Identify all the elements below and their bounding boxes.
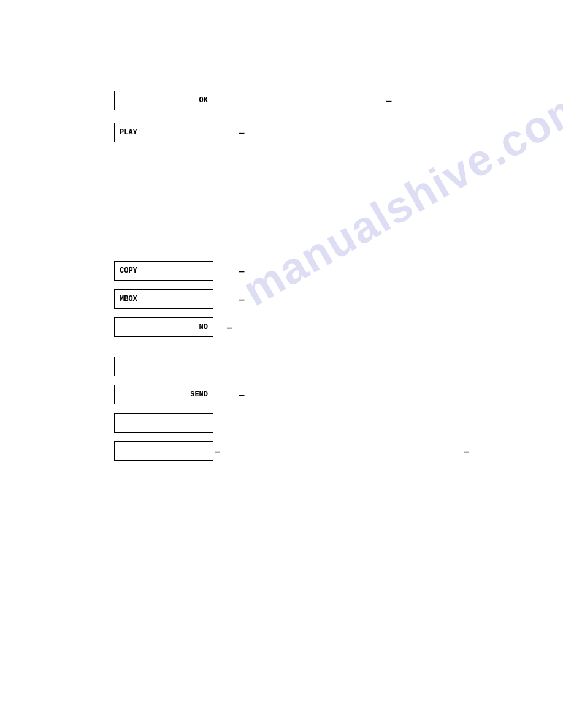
mbox-button-label: MBOX xyxy=(120,295,137,303)
ok-button[interactable]: OK xyxy=(114,91,213,110)
dash-bottom-left: — xyxy=(215,447,220,456)
top-rule xyxy=(25,42,538,42)
empty-box-1[interactable] xyxy=(114,357,213,376)
no-button-label: NO xyxy=(199,323,208,332)
dash-play: — xyxy=(239,129,244,137)
bottom-rule xyxy=(25,686,538,686)
dash-ok: — xyxy=(386,97,391,105)
dash-no: — xyxy=(227,324,232,332)
empty-box-2[interactable] xyxy=(114,413,213,433)
copy-button[interactable]: COPY xyxy=(114,261,213,281)
dash-mbox: — xyxy=(239,295,244,304)
play-button[interactable]: PLAY xyxy=(114,123,213,142)
send-button[interactable]: SEND xyxy=(114,385,213,404)
send-button-label: SEND xyxy=(190,390,208,399)
copy-button-label: COPY xyxy=(120,267,137,275)
dash-send: — xyxy=(239,391,244,400)
watermark: manualshive.com xyxy=(234,78,563,316)
dash-copy: — xyxy=(239,267,244,276)
empty-box-3[interactable] xyxy=(114,441,213,461)
ok-button-label: OK xyxy=(199,96,208,105)
no-button[interactable]: NO xyxy=(114,317,213,337)
dash-bottom-right: — xyxy=(464,447,469,456)
mbox-button[interactable]: MBOX xyxy=(114,289,213,309)
play-button-label: PLAY xyxy=(120,128,137,137)
